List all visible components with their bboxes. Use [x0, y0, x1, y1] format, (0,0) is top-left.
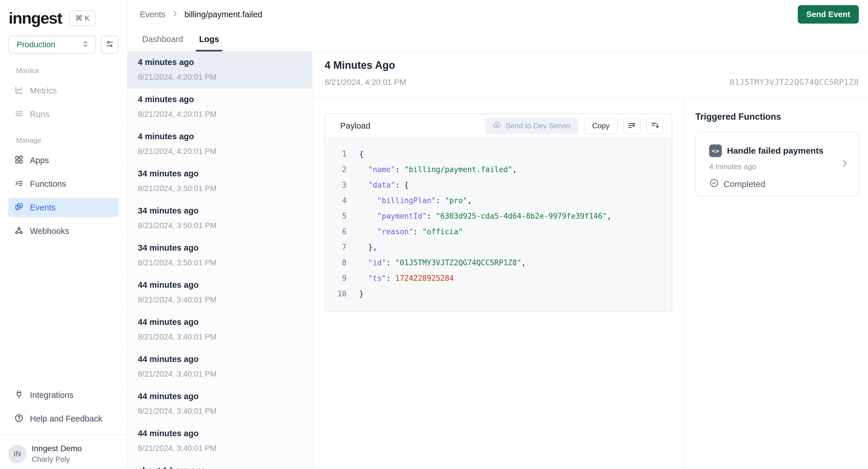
check-circle-icon [709, 178, 719, 190]
sidebar-item-metrics[interactable]: Metrics [8, 81, 119, 100]
code-line: 10} [325, 286, 672, 302]
breadcrumb-events-link[interactable]: Events [140, 10, 165, 19]
event-relative-time: about 1 hour ago [138, 466, 302, 469]
sidebar-section-label: Manage [16, 136, 119, 145]
copy-button[interactable]: Copy [584, 118, 618, 134]
line-content: "reason": "officia" [346, 227, 463, 236]
event-list-item[interactable]: 34 minutes ago8/21/2024, 3:50:01 PM [127, 163, 312, 200]
inngest-logo[interactable]: inngest [9, 10, 62, 26]
scroll-to-bottom-button[interactable] [646, 118, 664, 134]
lines-arrow-down-icon [650, 121, 660, 131]
detail-body: Payload Send to Dev Server Copy [312, 98, 868, 469]
integrations-icon [14, 390, 24, 400]
sidebar-item-events[interactable]: Events [8, 198, 119, 217]
event-relative-time: 34 minutes ago [138, 206, 302, 216]
payload-code[interactable]: 1{2 "name": "billing/payment.failed",3 "… [325, 138, 672, 311]
send-to-dev-server-button[interactable]: Send to Dev Server [485, 118, 578, 134]
code-line: 6 "reason": "officia" [325, 224, 672, 240]
code-scrollbar-gutter[interactable] [665, 139, 672, 311]
line-content: "id": "01J5TMY3VJTZ2QG74QCC5RP1Z8", [346, 258, 526, 267]
sidebar-item-integrations[interactable]: Integrations [8, 385, 119, 405]
event-list-item[interactable]: about 1 hour ago [127, 460, 312, 469]
triggered-functions-zone: Triggered Functions <> Handle failed pay… [684, 98, 868, 469]
chevron-up-down-icon [81, 40, 90, 50]
wrap-text-button[interactable] [623, 118, 641, 134]
line-content: } [346, 289, 364, 298]
function-time-ago: 4 minutes ago [709, 162, 846, 171]
code-line: 7 }, [325, 240, 672, 255]
sidebar-item-label: Metrics [30, 86, 57, 96]
payload-card: Payload Send to Dev Server Copy [324, 113, 672, 312]
line-content: "paymentId": "6303d925-cda5-4d64-8b2e-99… [346, 212, 612, 220]
sidebar-item-apps[interactable]: Apps [8, 151, 119, 170]
sidebar-item-webhooks[interactable]: Webhooks [8, 222, 119, 241]
chevron-right-icon [171, 10, 179, 19]
tab-logs[interactable]: Logs [197, 34, 221, 52]
event-list-item[interactable]: 34 minutes ago8/21/2024, 3:50:01 PM [127, 238, 312, 275]
payload-zone: Payload Send to Dev Server Copy [312, 98, 684, 469]
sidebar-item-label: Runs [30, 110, 50, 119]
code-line: 2 "name": "billing/payment.failed", [325, 162, 672, 177]
function-title: Handle failed payments [727, 146, 824, 156]
event-relative-time: 34 minutes ago [138, 169, 302, 178]
events-icon [14, 202, 24, 213]
line-number: 4 [325, 196, 346, 205]
sidebar-item-functions[interactable]: Functions [8, 175, 119, 193]
sidebar-item-help-and-feedback[interactable]: Help and Feedback [8, 409, 119, 428]
event-absolute-time: 8/21/2024, 4:20:01 PM [138, 110, 302, 119]
environment-filter-button[interactable] [101, 36, 119, 54]
avatar: IN [8, 445, 27, 463]
event-list-item[interactable]: 44 minutes ago8/21/2024, 3:40:01 PM [127, 312, 312, 349]
event-relative-time: 44 minutes ago [138, 280, 302, 290]
sidebar-item-label: Help and Feedback [30, 414, 102, 424]
functions-icon [14, 179, 24, 189]
line-number: 6 [325, 227, 346, 236]
event-relative-time: 4 minutes ago [138, 95, 302, 104]
line-content: { [346, 150, 364, 158]
event-absolute-time: 8/21/2024, 3:40:01 PM [138, 370, 302, 379]
sidebar-item-label: Functions [30, 179, 66, 189]
code-line: 1{ [325, 146, 672, 162]
sidebar-nav: MonitorMetricsRunsManageAppsFunctionsEve… [0, 54, 127, 245]
event-list-item[interactable]: 44 minutes ago8/21/2024, 3:40:01 PM [127, 423, 312, 460]
send-event-button[interactable]: Send Event [798, 5, 859, 24]
event-list-item[interactable]: 4 minutes ago8/21/2024, 4:20:01 PM [127, 89, 312, 126]
event-list-item[interactable]: 34 minutes ago8/21/2024, 3:50:01 PM [127, 200, 312, 238]
event-list-item[interactable]: 4 minutes ago8/21/2024, 4:20:01 PM [127, 52, 312, 89]
event-detail-timestamp: 8/21/2024, 4:20:01 PM [324, 78, 406, 87]
event-absolute-time: 8/21/2024, 3:40:01 PM [138, 333, 302, 342]
tab-dashboard[interactable]: Dashboard [140, 34, 185, 52]
wrap-text-icon [627, 121, 637, 131]
sidebar-item-runs[interactable]: Runs [8, 105, 119, 124]
payload-title: Payload [340, 121, 370, 131]
code-line: 9 "ts": 1724228925284 [325, 271, 672, 286]
event-list-item[interactable]: 4 minutes ago8/21/2024, 4:20:01 PM [127, 126, 312, 163]
runs-icon [14, 109, 24, 119]
user-org: Inngest Demo [32, 444, 82, 453]
event-list-item[interactable]: 44 minutes ago8/21/2024, 3:40:01 PM [127, 386, 312, 423]
line-content: }, [346, 243, 377, 251]
line-content: "billingPlan": "pro", [346, 196, 472, 205]
event-detail-title: 4 Minutes Ago [324, 59, 859, 71]
event-relative-time: 44 minutes ago [138, 429, 302, 438]
body: 4 minutes ago8/21/2024, 4:20:01 PM4 minu… [127, 52, 868, 469]
environment-row: Production [0, 28, 127, 54]
event-absolute-time: 8/21/2024, 3:40:01 PM [138, 295, 302, 305]
logo-row: inngest ⌘ K [0, 0, 127, 28]
triggered-function-card[interactable]: <> Handle failed payments 4 minutes ago [695, 132, 859, 196]
event-relative-time: 4 minutes ago [138, 132, 302, 141]
line-number: 3 [325, 181, 346, 189]
sidebar-item-label: Apps [30, 156, 49, 165]
command-k-badge[interactable]: ⌘ K [69, 10, 96, 26]
user-row[interactable]: IN Inngest Demo Charly Poly [8, 444, 119, 464]
environment-select[interactable]: Production [8, 36, 96, 54]
event-detail: 4 Minutes Ago 8/21/2024, 4:20:01 PM 01J5… [312, 52, 868, 469]
event-id: 01J5TMY3VJTZ2QG74QCC5RP1Z8 [730, 78, 859, 87]
event-relative-time: 44 minutes ago [138, 392, 302, 401]
event-absolute-time: 8/21/2024, 3:40:01 PM [138, 444, 302, 453]
chevron-right-icon [840, 159, 849, 169]
event-relative-time: 4 minutes ago [138, 58, 302, 67]
event-list-item[interactable]: 44 minutes ago8/21/2024, 3:40:01 PM [127, 349, 312, 386]
event-list-item[interactable]: 44 minutes ago8/21/2024, 3:40:01 PM [127, 275, 312, 312]
code-line: 3 "data": { [325, 177, 672, 193]
